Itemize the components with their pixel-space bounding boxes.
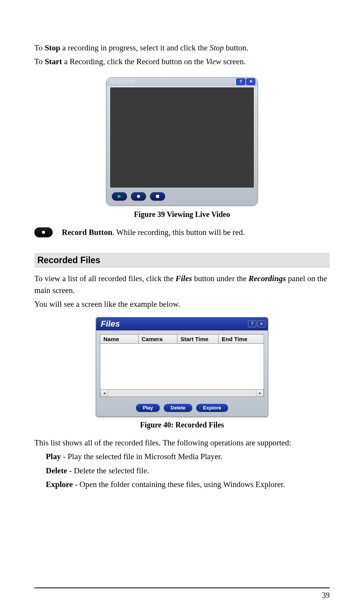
col-start-time[interactable]: Start Time — [177, 335, 219, 344]
text-stop-bold: Stop — [45, 43, 60, 52]
paragraph-start: To Start a Recording, click the Record b… — [34, 56, 330, 67]
col-camera[interactable]: Camera — [139, 335, 177, 344]
play-icon — [118, 194, 121, 198]
footer-rule — [34, 587, 330, 588]
files-titlebar: Files ? ✕ — [96, 317, 268, 330]
video-controls — [106, 191, 258, 205]
text: button under the — [192, 274, 248, 283]
text: button. — [224, 43, 248, 52]
figure-40-caption: Figure 40: Recorded Files — [34, 421, 330, 429]
record-button-description-row: Record Button. While recording, this but… — [34, 227, 330, 238]
op-delete: Delete - Delete the selected file. — [46, 465, 330, 476]
text: To — [34, 43, 45, 52]
figure-39-caption: Figure 39 Viewing Live Video — [34, 210, 330, 219]
op-play: Play - Play the selected file in Microso… — [46, 451, 330, 462]
live-video-panel: SC112233 ? ✕ — [106, 77, 258, 206]
text: a Recording, click the Record button on … — [62, 57, 206, 66]
play-button[interactable] — [112, 192, 127, 201]
delete-file-button[interactable]: Delete — [164, 404, 192, 412]
text-view-italic: View — [206, 57, 221, 66]
record-button[interactable] — [131, 192, 146, 201]
stop-icon — [156, 195, 159, 198]
text: - Play the selected file in Microsoft Me… — [61, 452, 222, 461]
files-button-row: Play Delete Explore — [96, 401, 268, 416]
col-name[interactable]: Name — [100, 335, 139, 344]
help-button[interactable]: ? — [236, 78, 245, 85]
col-end-time[interactable]: End Time — [219, 335, 264, 344]
paragraph-operations-intro: This list shows all of the recorded file… — [34, 437, 330, 448]
files-window: Files ? ✕ Name Camera Start Time End Tim… — [96, 317, 268, 417]
video-area — [110, 87, 254, 188]
explore-button[interactable]: Explore — [196, 404, 228, 412]
page-number: 39 — [322, 591, 330, 600]
close-icon: ✕ — [260, 322, 263, 326]
text: - Open the folder containing these files… — [73, 480, 285, 489]
text: To view a list of all recorded files, cl… — [34, 274, 176, 283]
paragraph-example-below: You will see a screen like the example b… — [34, 298, 330, 310]
text: Explore — [46, 480, 73, 489]
record-button-image — [34, 227, 53, 237]
paragraph-files-intro: To view a list of all recorded files, cl… — [34, 273, 330, 296]
stop-button[interactable] — [150, 192, 165, 201]
text-files-bi: Files — [176, 274, 192, 283]
panel-titlebar: SC112233 ? ✕ — [106, 78, 258, 86]
chevron-right-icon: ▸ — [259, 391, 261, 395]
scroll-left-button[interactable]: ◂ — [100, 390, 108, 397]
text-stop-italic: Stop — [209, 43, 224, 52]
play-file-button[interactable]: Play — [136, 404, 160, 412]
section-heading-recorded-files: Recorded Files — [34, 253, 330, 267]
record-button-text: Record Button. While recording, this but… — [62, 227, 245, 238]
files-title: Files — [101, 319, 120, 329]
paragraph-stop: To Stop a recording in progress, select … — [34, 42, 330, 53]
text: Delete — [46, 466, 67, 475]
text: . While recording, this button will be r… — [112, 228, 245, 237]
record-icon — [42, 231, 45, 234]
op-explore: Explore - Open the folder containing the… — [46, 479, 330, 490]
text-recordings-bi: Recordings — [248, 274, 286, 283]
close-icon: ✕ — [249, 79, 253, 84]
text-start-bold: Start — [45, 57, 62, 66]
help-button[interactable]: ? — [248, 320, 256, 327]
record-icon — [137, 195, 140, 198]
text: Play — [46, 452, 61, 461]
text: To — [34, 57, 45, 66]
text: screen. — [221, 57, 246, 66]
text: - Delete the selected file. — [67, 466, 149, 475]
close-button[interactable]: ✕ — [257, 320, 266, 327]
chevron-left-icon: ◂ — [103, 391, 105, 395]
scroll-right-button[interactable]: ▸ — [256, 390, 264, 397]
text: a recording in progress, select it and c… — [60, 43, 209, 52]
files-table-header: Name Camera Start Time End Time — [100, 335, 264, 344]
help-icon: ? — [251, 322, 253, 326]
panel-title: SC112233 — [110, 79, 135, 84]
horizontal-scrollbar[interactable]: ◂ ▸ — [100, 390, 264, 397]
close-button[interactable]: ✕ — [246, 78, 255, 85]
files-table: Name Camera Start Time End Time — [100, 334, 264, 390]
help-icon: ? — [240, 79, 242, 84]
text: Record Button — [62, 228, 112, 237]
